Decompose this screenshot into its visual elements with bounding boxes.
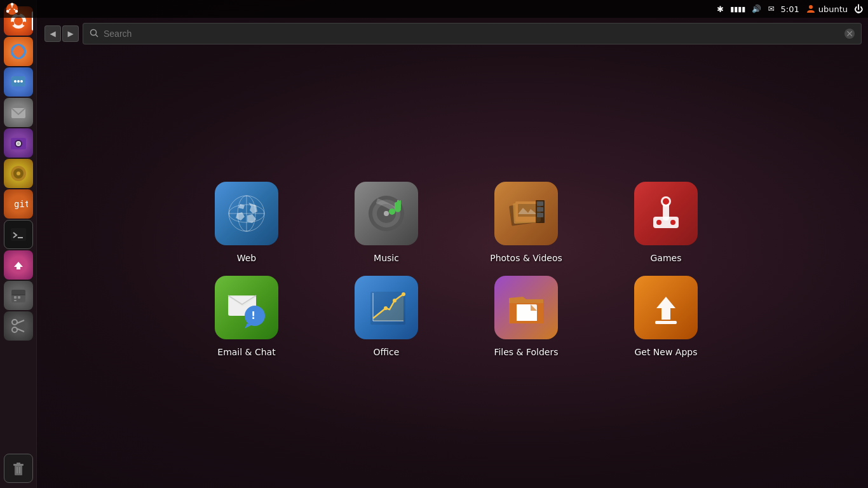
app-icon-web: [215, 182, 278, 245]
volume-icon: 🔊: [752, 4, 761, 13]
svg-point-44: [91, 29, 97, 35]
svg-point-10: [20, 80, 23, 83]
svg-point-42: [6, 10, 10, 13]
svg-point-54: [384, 211, 389, 216]
svg-rect-28: [18, 296, 20, 299]
svg-rect-29: [14, 300, 17, 301]
app-label-music: Music: [374, 253, 399, 263]
svg-rect-57: [397, 200, 399, 210]
app-label-web: Web: [237, 253, 257, 263]
svg-line-45: [96, 34, 98, 37]
app-grid: Web Music: [44, 51, 868, 488]
battery-icon: ▮▮▮▮: [730, 5, 745, 13]
searchbar[interactable]: ✕: [83, 23, 862, 44]
app-icon-getnewapps: [634, 276, 698, 339]
app-item-email[interactable]: ! Email & Chat: [183, 276, 310, 357]
app-label-office: Office: [374, 347, 400, 357]
app-item-music[interactable]: Music: [323, 182, 450, 263]
app-item-web[interactable]: Web: [183, 182, 310, 263]
svg-point-31: [12, 327, 17, 332]
ubuntu-logo[interactable]: [5, 2, 19, 16]
svg-rect-63: [537, 201, 543, 206]
app-icon-photos: [494, 182, 558, 245]
svg-rect-85: [655, 321, 677, 324]
nav-forward-button[interactable]: ▶: [62, 25, 79, 42]
topbar-username[interactable]: ubuntu: [806, 4, 848, 14]
search-icon: [90, 29, 98, 39]
svg-point-30: [12, 320, 17, 325]
app-item-photos[interactable]: Photos & Videos: [463, 182, 590, 263]
app-icon-games: [634, 182, 698, 245]
user-icon: [806, 4, 816, 14]
app-item-games[interactable]: Games: [602, 182, 729, 263]
sidebar-item-scissors[interactable]: [4, 311, 33, 341]
app-icon-files: [494, 276, 558, 339]
svg-point-80: [384, 306, 388, 310]
sidebar-item-empathy[interactable]: [4, 67, 33, 97]
app-item-getnewapps[interactable]: Get New Apps: [602, 276, 729, 357]
searchbar-container: ◀ ▶ ✕: [44, 22, 862, 45]
search-clear-button[interactable]: ✕: [844, 29, 855, 39]
svg-rect-61: [518, 204, 537, 217]
sidebar-item-backup[interactable]: [4, 250, 33, 280]
sidebar-item-shotwell[interactable]: [4, 128, 33, 158]
svg-marker-84: [656, 297, 675, 320]
svg-point-18: [17, 172, 20, 175]
app-item-office[interactable]: Office: [323, 276, 450, 357]
sidebar-item-firefox[interactable]: [4, 37, 33, 66]
svg-text:git: git: [14, 199, 28, 209]
nav-buttons: ◀ ▶: [44, 25, 79, 42]
nav-back-button[interactable]: ◀: [44, 25, 61, 42]
svg-point-69: [663, 198, 669, 205]
svg-point-82: [402, 292, 405, 296]
app-label-email: Email & Chat: [217, 347, 275, 357]
svg-point-43: [809, 5, 813, 9]
svg-point-15: [17, 142, 20, 145]
sidebar-item-mail[interactable]: [4, 98, 33, 127]
svg-point-71: [670, 220, 675, 225]
svg-point-81: [393, 299, 397, 302]
app-icon-email: !: [215, 276, 278, 339]
svg-point-9: [17, 80, 20, 83]
app-label-photos: Photos & Videos: [490, 253, 562, 263]
app-icon-music: [355, 182, 418, 245]
mail-icon: ✉: [768, 4, 774, 13]
svg-rect-65: [537, 213, 543, 217]
app-label-getnewapps: Get New Apps: [634, 347, 697, 357]
sidebar-item-calendar[interactable]: [4, 281, 33, 310]
sidebar: git: [0, 0, 37, 488]
bluetooth-icon: ✱: [717, 4, 724, 14]
app-item-files[interactable]: Files & Folders: [463, 276, 590, 357]
app-icon-office: [355, 276, 418, 339]
svg-point-3: [22, 22, 26, 25]
topbar-time: 5:01: [780, 4, 799, 14]
svg-point-70: [656, 220, 661, 225]
svg-point-40: [11, 3, 14, 6]
topbar: ✱ ▮▮▮▮ 🔊 ✉ 5:01 ubuntu ⏻: [0, 0, 868, 18]
svg-rect-27: [14, 296, 17, 299]
svg-rect-25: [11, 290, 25, 295]
svg-rect-36: [17, 463, 20, 464]
sidebar-item-gitg[interactable]: git: [4, 189, 33, 219]
app-label-files: Files & Folders: [494, 347, 558, 357]
svg-point-55: [389, 208, 395, 215]
topbar-left: [5, 2, 19, 16]
power-icon[interactable]: ⏻: [854, 4, 863, 14]
sidebar-item-rhythmbox[interactable]: [4, 159, 33, 188]
svg-rect-34: [15, 465, 22, 475]
sidebar-item-trash[interactable]: [4, 454, 33, 483]
svg-rect-21: [11, 228, 26, 241]
svg-point-1: [14, 17, 23, 25]
search-input[interactable]: [104, 29, 839, 39]
svg-point-8: [14, 80, 17, 83]
app-label-games: Games: [651, 253, 682, 263]
topbar-right: ✱ ▮▮▮▮ 🔊 ✉ 5:01 ubuntu ⏻: [717, 4, 863, 14]
svg-rect-64: [537, 207, 543, 212]
svg-point-41: [15, 10, 18, 13]
sidebar-item-terminal[interactable]: [4, 220, 33, 249]
svg-point-4: [10, 22, 14, 25]
svg-text:!: !: [251, 309, 255, 322]
